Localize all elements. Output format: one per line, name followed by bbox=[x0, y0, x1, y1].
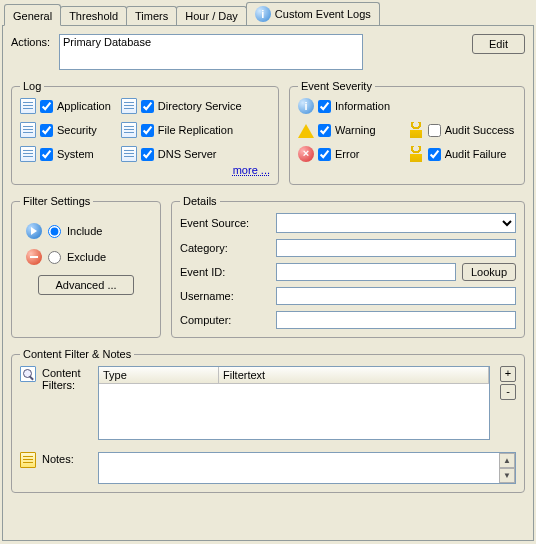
group-filter-settings: Filter Settings Include Exclude Advanced… bbox=[11, 195, 161, 338]
chk-filerep[interactable] bbox=[141, 124, 154, 137]
advanced-button[interactable]: Advanced ... bbox=[38, 275, 133, 295]
tab-label: General bbox=[13, 10, 52, 22]
event-id-input[interactable] bbox=[276, 263, 456, 281]
radio-include[interactable] bbox=[48, 225, 61, 238]
chk-system[interactable] bbox=[40, 148, 53, 161]
info-icon: i bbox=[255, 6, 271, 22]
scroll-down-icon[interactable]: ▼ bbox=[499, 468, 515, 483]
group-log-title: Log bbox=[20, 80, 44, 92]
notes-textarea[interactable]: ▲ ▼ bbox=[98, 452, 516, 484]
scroll-up-icon[interactable]: ▲ bbox=[499, 453, 515, 468]
info-icon: i bbox=[298, 98, 314, 114]
username-input[interactable] bbox=[276, 287, 516, 305]
sev-warning[interactable]: Warning bbox=[298, 122, 392, 138]
actions-value: Primary Database bbox=[59, 34, 363, 70]
sev-error[interactable]: ×Error bbox=[298, 146, 392, 162]
actions-label: Actions: bbox=[11, 34, 59, 48]
tab-label: Custom Event Logs bbox=[275, 8, 371, 20]
col-filtertext[interactable]: Filtertext bbox=[219, 367, 489, 383]
note-icon bbox=[20, 452, 36, 468]
log-security[interactable]: Security bbox=[20, 122, 111, 138]
group-content-title: Content Filter & Notes bbox=[20, 348, 134, 360]
search-icon bbox=[20, 366, 36, 382]
include-icon bbox=[26, 223, 42, 239]
chk-audit-success[interactable] bbox=[428, 124, 441, 137]
chk-directory[interactable] bbox=[141, 100, 154, 113]
category-input[interactable] bbox=[276, 239, 516, 257]
more-link[interactable]: more ... bbox=[20, 162, 270, 176]
tab-custom-event-logs[interactable]: i Custom Event Logs bbox=[246, 2, 380, 25]
tab-hour-day[interactable]: Hour / Day bbox=[176, 6, 247, 25]
tab-general[interactable]: General bbox=[4, 4, 61, 26]
label-event-source: Event Source: bbox=[180, 217, 270, 229]
exclude-icon bbox=[26, 249, 42, 265]
notes-label: Notes: bbox=[42, 452, 92, 465]
panel-general: Actions: Primary Database Edit Log Appli… bbox=[2, 25, 534, 541]
lookup-button[interactable]: Lookup bbox=[462, 263, 516, 281]
group-severity-title: Event Severity bbox=[298, 80, 375, 92]
notes-scrollbar[interactable]: ▲ ▼ bbox=[499, 453, 515, 483]
warning-icon bbox=[298, 124, 314, 138]
label-computer: Computer: bbox=[180, 314, 270, 326]
chk-error[interactable] bbox=[318, 148, 331, 161]
table-header: Type Filtertext bbox=[99, 367, 489, 384]
chk-dns[interactable] bbox=[141, 148, 154, 161]
log-icon bbox=[20, 98, 36, 114]
content-filters-table[interactable]: Type Filtertext bbox=[98, 366, 490, 440]
group-content-filter-notes: Content Filter & Notes Content Filters: … bbox=[11, 348, 525, 493]
log-icon bbox=[20, 146, 36, 162]
add-filter-button[interactable]: + bbox=[500, 366, 516, 382]
log-directory-service[interactable]: Directory Service bbox=[121, 98, 242, 114]
log-application[interactable]: Application bbox=[20, 98, 111, 114]
group-event-severity: Event Severity iInformation Warning Audi… bbox=[289, 80, 525, 185]
group-details: Details Event Source: Category: Event ID… bbox=[171, 195, 525, 338]
group-filter-title: Filter Settings bbox=[20, 195, 93, 207]
log-icon bbox=[121, 146, 137, 162]
chk-application[interactable] bbox=[40, 100, 53, 113]
chk-info[interactable] bbox=[318, 100, 331, 113]
sev-audit-failure[interactable]: Audit Failure bbox=[408, 146, 516, 162]
filter-exclude[interactable]: Exclude bbox=[26, 249, 152, 265]
log-system[interactable]: System bbox=[20, 146, 111, 162]
col-type[interactable]: Type bbox=[99, 367, 219, 383]
radio-exclude[interactable] bbox=[48, 251, 61, 264]
lock-icon bbox=[408, 146, 424, 162]
error-icon: × bbox=[298, 146, 314, 162]
edit-button[interactable]: Edit bbox=[472, 34, 525, 54]
label-event-id: Event ID: bbox=[180, 266, 270, 278]
chk-security[interactable] bbox=[40, 124, 53, 137]
chk-audit-failure[interactable] bbox=[428, 148, 441, 161]
filter-include[interactable]: Include bbox=[26, 223, 152, 239]
actions-row: Actions: Primary Database Edit bbox=[11, 34, 525, 70]
label-username: Username: bbox=[180, 290, 270, 302]
tab-label: Threshold bbox=[69, 10, 118, 22]
event-source-select[interactable] bbox=[276, 213, 516, 233]
tab-timers[interactable]: Timers bbox=[126, 6, 177, 25]
log-icon bbox=[20, 122, 36, 138]
tab-label: Hour / Day bbox=[185, 10, 238, 22]
sev-information[interactable]: iInformation bbox=[298, 98, 392, 114]
group-details-title: Details bbox=[180, 195, 220, 207]
chk-warn[interactable] bbox=[318, 124, 331, 137]
tab-label: Timers bbox=[135, 10, 168, 22]
tab-bar: General Threshold Timers Hour / Day i Cu… bbox=[0, 0, 536, 25]
tab-threshold[interactable]: Threshold bbox=[60, 6, 127, 25]
remove-filter-button[interactable]: - bbox=[500, 384, 516, 400]
lock-icon bbox=[408, 122, 424, 138]
label-category: Category: bbox=[180, 242, 270, 254]
log-icon bbox=[121, 122, 137, 138]
content-filters-label: Content Filters: bbox=[42, 366, 92, 391]
log-dns-server[interactable]: DNS Server bbox=[121, 146, 242, 162]
log-file-replication[interactable]: File Replication bbox=[121, 122, 242, 138]
log-icon bbox=[121, 98, 137, 114]
computer-input[interactable] bbox=[276, 311, 516, 329]
sev-audit-success[interactable]: Audit Success bbox=[408, 122, 516, 138]
group-log: Log Application Security System Director… bbox=[11, 80, 279, 185]
